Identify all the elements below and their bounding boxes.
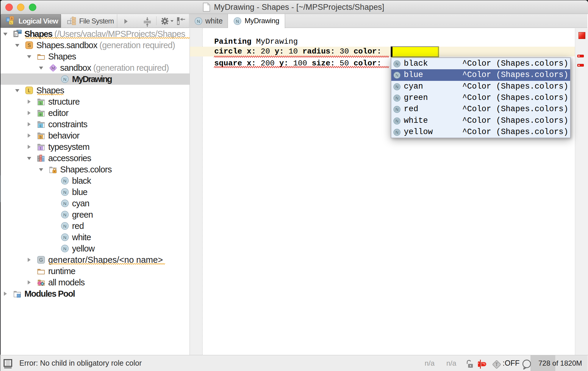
svg-text:e: e [40, 112, 42, 117]
svg-text:N: N [63, 235, 67, 240]
svg-text:S: S [11, 17, 12, 20]
svg-text:N: N [395, 84, 398, 89]
svg-text:N: N [63, 77, 67, 82]
svg-text:N: N [395, 96, 398, 100]
svg-text:N: N [236, 19, 239, 24]
svg-text:S: S [28, 43, 31, 48]
svg-text:N: N [197, 19, 200, 24]
svg-text:T: T [495, 362, 498, 367]
svg-text:L: L [28, 88, 31, 93]
svg-text:b: b [40, 135, 42, 139]
svg-text:N: N [63, 212, 67, 217]
svg-text:N: N [63, 190, 67, 195]
svg-text:s: s [40, 101, 41, 105]
svg-text:N: N [63, 246, 67, 251]
svg-text:N: N [395, 62, 398, 66]
svg-text:N: N [395, 107, 398, 112]
svg-text:M: M [51, 66, 55, 70]
svg-text:G: G [39, 257, 43, 262]
svg-text:L: L [10, 21, 12, 24]
svg-text:N: N [395, 130, 398, 135]
svg-text:t: t [40, 146, 41, 150]
svg-text:c: c [40, 124, 41, 128]
svg-text:N: N [63, 178, 67, 183]
svg-text:N: N [63, 201, 67, 206]
svg-text:N: N [395, 73, 398, 78]
svg-text:N: N [63, 224, 67, 229]
svg-text:N: N [395, 119, 398, 123]
